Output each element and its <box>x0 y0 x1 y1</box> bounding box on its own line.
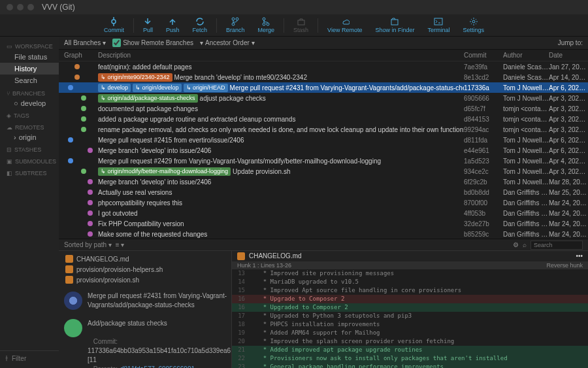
commit-message: feat(nginx): added default pages <box>98 63 191 71</box>
commit-row[interactable]: Make some of the requested changesb85259… <box>59 229 588 239</box>
filter-icon[interactable]: ⫳ <box>5 354 8 363</box>
commit-row[interactable]: added a package upgrade routine and extr… <box>59 114 588 124</box>
diff-line[interactable]: 18 * PHPCS installation improvements <box>232 320 588 329</box>
diff-line[interactable]: 23 * General package handling performanc… <box>232 363 588 368</box>
diff-line[interactable]: 16 * Upgrade to Composer 2 <box>232 295 588 303</box>
toolbar-merge-button[interactable]: Merge <box>252 17 282 33</box>
filter-remote-toggle[interactable]: Show Remote Branches <box>112 39 193 47</box>
diff-line[interactable]: 13 * Improved site provisioning messages <box>232 269 588 278</box>
commit-row[interactable]: ↳ origin/modify/better-mailhog-download-… <box>59 166 588 176</box>
sidebar-item-history[interactable]: History <box>0 63 59 75</box>
ref-tag[interactable]: ↳ origin/mte90/2340-2342 <box>98 73 172 82</box>
commit-row[interactable]: rename package removal, add checks so on… <box>59 124 588 135</box>
toolbar-stash-button[interactable]: Stash <box>287 17 315 33</box>
stash-icon: ⊟ <box>7 146 12 153</box>
diff-line[interactable]: 19 * Added ARM64 support for Mailhog <box>232 329 588 337</box>
commit-row[interactable]: Merge branch 'develop' into issue/2406e4… <box>59 145 588 156</box>
commit-row[interactable]: Actually use real versionsbd0b8ddDan Gri… <box>59 187 588 197</box>
sidebar-remote-origin[interactable]: ›origin <box>0 132 59 142</box>
col-date[interactable]: Date <box>549 52 588 59</box>
commit-date: Apr 3, 2021 at 1… <box>549 105 588 112</box>
sort-by[interactable]: Sorted by path ▾ <box>64 241 112 248</box>
hunk-label: Hunk 1 : Lines 13-26 <box>237 262 291 269</box>
col-author[interactable]: Author <box>503 52 549 59</box>
toolbar-terminal-button[interactable]: Terminal <box>421 17 456 33</box>
ref-tag[interactable]: ↳ origin/modify/better-mailhog-download-… <box>98 167 231 176</box>
chevron-down-icon: ▾ <box>103 39 106 46</box>
sidebar-section-submodules[interactable]: ▣SUBMODULES <box>0 154 59 166</box>
changed-file-item[interactable]: CHANGELOG.md <box>61 254 229 264</box>
commit-row[interactable]: ↳ develop↳ origin/develop↳ origin/HEADMe… <box>59 82 588 93</box>
commit-row[interactable]: Merge pull request #2415 from evertiro/i… <box>59 135 588 145</box>
diff-menu-icon[interactable]: ••• <box>576 252 583 259</box>
filter-scope[interactable]: All Branches▾ <box>64 39 106 46</box>
col-description[interactable]: Description <box>98 52 464 59</box>
settings-icon[interactable]: ⚙ <box>513 241 519 248</box>
toolbar-show-in-finder-button[interactable]: Show in Finder <box>368 17 421 33</box>
parent-hash-link[interactable]: 6905666901 <box>158 365 195 368</box>
reverse-hunk-button[interactable]: Reverse hunk <box>546 262 583 269</box>
commit-row[interactable]: Merge pull request #2429 from Varying-Va… <box>59 156 588 166</box>
ref-tag[interactable]: ↳ origin/add/package-status-checks <box>98 94 198 103</box>
commit-row[interactable]: ↳ origin/mte90/2340-2342Merge branch 'de… <box>59 72 588 82</box>
commit-hash: 934ce2c <box>464 168 503 175</box>
toolbar-settings-button[interactable]: Settings <box>456 17 491 33</box>
ref-tag[interactable]: ↳ origin/HEAD <box>184 84 228 92</box>
diff-line[interactable]: 22 * Provisioners now ask to install onl… <box>232 354 588 363</box>
commit-list[interactable]: feat(nginx): added default pages7ae39faD… <box>59 61 588 239</box>
changed-file-item[interactable]: provision/provision-helpers.sh <box>61 264 229 275</box>
line-number: 16 <box>232 303 249 312</box>
sidebar-item-search[interactable]: Search <box>0 75 59 86</box>
sidebar-branch-develop[interactable]: ○develop <box>0 98 59 109</box>
view-options[interactable]: ≡ ▾ <box>116 241 125 248</box>
commit-row[interactable]: Merge branch 'develop' into issue/24066f… <box>59 176 588 187</box>
chevron-down-icon: ▾ <box>252 39 255 46</box>
toolbar-push-button[interactable]: Push <box>159 17 186 33</box>
maximize-icon[interactable] <box>27 4 34 10</box>
parent-hash-link[interactable]: d811fda577 <box>120 365 155 368</box>
sidebar-section-stashes[interactable]: ⊟STASHES <box>0 142 59 154</box>
diff-line[interactable]: 21 * Added improved apt package upgrade … <box>232 346 588 354</box>
search-input[interactable] <box>531 241 583 250</box>
toolbar-commit-button[interactable]: Commit <box>97 17 131 33</box>
diff-line[interactable]: 15 * Improved Apt source file handling i… <box>232 286 588 295</box>
commit-row[interactable]: ↳ origin/add/package-status-checksadjust… <box>59 93 588 103</box>
commit-row[interactable]: feat(nginx): added default pages7ae39faD… <box>59 61 588 72</box>
ref-tag[interactable]: ↳ origin/develop <box>133 84 182 92</box>
commit-row[interactable]: I got outvoted4ff053bDan Griffiths <dg…M… <box>59 208 588 218</box>
toolbar-branch-button[interactable]: Branch <box>220 17 252 33</box>
commit-row[interactable]: phpcompatibility requires this8700f00Dan… <box>59 197 588 208</box>
sidebar-section-workspace[interactable]: ▭WORKSPACE <box>0 39 59 51</box>
col-commit[interactable]: Commit <box>464 52 503 59</box>
commit-message: Merge branch 'develop' into issue/2406 <box>98 178 211 186</box>
diff-body[interactable]: 13 * Improved site provisioning messages… <box>232 269 588 368</box>
changed-file-item[interactable]: provision/provision.sh <box>61 275 229 285</box>
commit-hash: d811fda <box>464 137 503 144</box>
commit-row[interactable]: documented apt package changesd65fc7ftom… <box>59 103 588 114</box>
minimize-icon[interactable] <box>17 4 24 10</box>
sidebar-item-file-status[interactable]: File status <box>0 51 59 63</box>
jump-to[interactable]: Jump to: <box>558 39 583 46</box>
line-text: * Improved Apt source file handling in c… <box>249 286 588 295</box>
toolbar-pull-button[interactable]: Pull <box>137 17 159 33</box>
diff-line[interactable]: 16 * Upgraded to Composer 2 <box>232 303 588 312</box>
filter-order[interactable]: ▾Ancestor Order▾ <box>200 39 255 46</box>
sidebar-section-remotes[interactable]: ☁REMOTES <box>0 120 59 132</box>
commit-row[interactable]: Fix PHP Compatibility version32de27bDan … <box>59 218 588 229</box>
commit-author: tomjn <contact@… <box>503 105 549 112</box>
terminal-icon <box>434 17 443 26</box>
sidebar-section-branches[interactable]: ⑂BRANCHES <box>0 86 59 98</box>
diff-line[interactable]: 14 * MariaDB upgraded to v10.5 <box>232 278 588 286</box>
ref-tag[interactable]: ↳ develop <box>98 84 131 92</box>
commit-author: Tom J Nowell <… <box>503 147 549 154</box>
sidebar-section-subtrees[interactable]: ◧SUBTREES <box>0 166 59 178</box>
sidebar-section-tags[interactable]: ◈TAGS <box>0 109 59 120</box>
toolbar-fetch-button[interactable]: Fetch <box>186 17 214 33</box>
diff-line[interactable]: 17 * Upgraded to Python 3 setuptools and… <box>232 312 588 320</box>
commit-date: Mar 24, 2021 at… <box>549 231 588 238</box>
diff-line[interactable]: 20 * Improved the splash screen provider… <box>232 337 588 346</box>
toolbar-view-remote-button[interactable]: View Remote <box>321 17 368 33</box>
close-icon[interactable] <box>7 4 13 10</box>
col-graph[interactable]: Graph <box>59 52 98 59</box>
commit-author: Dan Griffiths <dg… <box>503 199 549 207</box>
